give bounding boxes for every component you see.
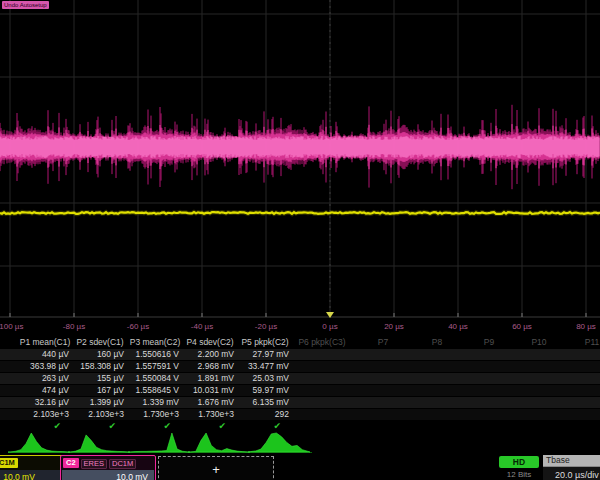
histicon	[8, 433, 70, 452]
time-axis-label: -20 µs	[255, 322, 277, 331]
channel-c2-descriptor[interactable]: C2 ERES DC1M 10.0 mV	[60, 455, 156, 480]
measure-cell: 1.557591 V	[127, 361, 179, 372]
measure-param-header[interactable]: P5 pkpk(C2)	[237, 337, 293, 348]
measure-cell: 1.550084 V	[127, 373, 179, 384]
time-axis-label: 0 µs	[322, 322, 337, 331]
add-trace-button[interactable]: +	[158, 456, 274, 480]
waveform-display-area[interactable]: Undo Autosetup	[0, 0, 600, 318]
measure-cell: 10.031 mV	[182, 385, 234, 396]
measurement-table: P1 mean(C1)P2 sdev(C1)P3 mean(C2)P4 sdev…	[0, 336, 600, 432]
measure-cell: 1.558645 V	[127, 385, 179, 396]
channel-c1-descriptor[interactable]: C1 DC1M 10.0 mV	[0, 455, 68, 480]
measure-cell: 33.477 mV	[237, 361, 289, 372]
time-axis-label: 60 µs	[512, 322, 532, 331]
time-axis-label: 40 µs	[448, 322, 468, 331]
c1-vertical-scale: 10.0 mV	[0, 470, 66, 480]
measure-param-header-inactive[interactable]: P11	[585, 337, 600, 348]
measure-param-header-inactive[interactable]: P8	[432, 337, 442, 348]
time-axis-label: -40 µs	[191, 322, 213, 331]
c2-channel-badge: C2	[63, 458, 79, 468]
measurement-histicons	[0, 431, 600, 455]
measure-cell: 1.339 mV	[127, 397, 179, 408]
c1-coupling-badge: DC1M	[0, 458, 18, 468]
histicon	[68, 435, 130, 452]
measure-cell: 2.103e+3	[72, 409, 124, 420]
measure-cell: 155 µV	[72, 373, 124, 384]
time-axis-label: 80 µs	[576, 322, 596, 331]
timebase-value: 20.0 µs/div	[543, 466, 600, 480]
undo-autosetup-button[interactable]: Undo Autosetup	[2, 1, 49, 9]
measure-param-header[interactable]: P1 mean(C1)	[17, 337, 73, 348]
measure-cell: 363.98 µV	[17, 361, 69, 372]
time-axis-label: -80 µs	[63, 322, 85, 331]
measure-status-check-icon: ✔	[72, 421, 116, 431]
measure-cell: 1.399 µV	[72, 397, 124, 408]
timebase-descriptor[interactable]: Tbase 20.0 µs/div	[543, 455, 600, 480]
measure-cell: 158.308 µV	[72, 361, 124, 372]
measure-param-header[interactable]: P3 mean(C2)	[127, 337, 183, 348]
measure-cell: 59.97 mV	[237, 385, 289, 396]
measure-status-check-icon: ✔	[237, 421, 281, 431]
measure-cell: 27.97 mV	[237, 349, 289, 360]
c2-vertical-scale: 10.0 mV	[62, 470, 154, 480]
hd-bits-label: 12 Bits	[499, 470, 539, 480]
measure-cell: 2.968 mV	[182, 361, 234, 372]
measure-param-header[interactable]: P4 sdev(C2)	[182, 337, 238, 348]
measure-cell: 1.550616 V	[127, 349, 179, 360]
measure-param-header-inactive[interactable]: P7	[378, 337, 388, 348]
measure-cell: 263 µV	[17, 373, 69, 384]
measure-param-header[interactable]: P2 sdev(C1)	[72, 337, 128, 348]
measure-cell: 25.03 mV	[237, 373, 289, 384]
measure-cell: 1.676 mV	[182, 397, 234, 408]
measure-cell: 167 µV	[72, 385, 124, 396]
time-axis-label: -100 µs	[0, 322, 23, 331]
measure-cell: 1.730e+3	[127, 409, 179, 420]
measure-cell: 6.135 mV	[237, 397, 289, 408]
measure-cell: 2.103e+3	[17, 409, 69, 420]
measure-cell: 474 µV	[17, 385, 69, 396]
c2-coupling-badge: DC1M	[109, 459, 136, 469]
plus-icon: +	[212, 462, 220, 477]
time-axis-label: -60 µs	[127, 322, 149, 331]
measure-cell: 1.891 mV	[182, 373, 234, 384]
measure-cell: 32.16 µV	[17, 397, 69, 408]
measure-status-check-icon: ✔	[127, 421, 171, 431]
measure-cell: 1.730e+3	[182, 409, 234, 420]
measure-param-header-inactive[interactable]: P9	[484, 337, 494, 348]
time-axis-label: 20 µs	[384, 322, 404, 331]
measure-cell: 2.200 mV	[182, 349, 234, 360]
histicon	[188, 433, 250, 452]
measure-status-check-icon: ✔	[17, 421, 61, 431]
histicon	[248, 433, 310, 452]
trigger-time-marker[interactable]	[326, 312, 334, 318]
histicon	[128, 433, 190, 452]
waveform-grid[interactable]	[0, 0, 600, 318]
measure-param-header-inactive[interactable]: P10	[531, 337, 546, 348]
timebase-title: Tbase	[543, 455, 600, 466]
measure-cell: 292	[237, 409, 289, 420]
oscilloscope-screen: Undo Autosetup -100 µs-80 µs-60 µs-40 µs…	[0, 0, 600, 480]
c2-eres-badge: ERES	[81, 459, 107, 469]
measure-cell: 160 µV	[72, 349, 124, 360]
measure-cell: 440 µV	[17, 349, 69, 360]
measure-status-check-icon: ✔	[182, 421, 226, 431]
hd-mode-badge[interactable]: HD	[499, 456, 539, 468]
measure-param-header-inactive[interactable]: P6 pkpk(C3)	[298, 337, 345, 348]
